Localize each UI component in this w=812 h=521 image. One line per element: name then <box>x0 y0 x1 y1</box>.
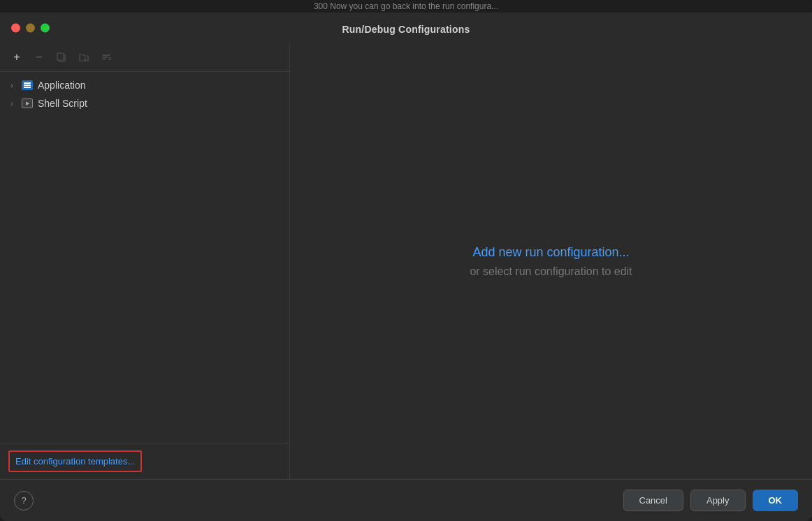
dialog-title: Run/Debug Configurations <box>342 24 470 35</box>
chevron-icon-shell: › <box>7 100 17 108</box>
dialog-body: + − <box>0 43 812 479</box>
help-button[interactable]: ? <box>14 491 34 511</box>
sort-button[interactable] <box>96 47 116 67</box>
tree-item-shell-script-label: Shell Script <box>38 98 87 109</box>
apply-button[interactable]: Apply <box>690 490 746 511</box>
sidebar-footer: Edit configuration templates... <box>0 443 289 479</box>
title-bar: Run/Debug Configurations <box>0 13 812 43</box>
traffic-lights <box>11 24 50 33</box>
close-button[interactable] <box>11 24 20 33</box>
top-hint-text: 300 Now you can go back into the run con… <box>314 1 498 11</box>
sidebar-tree: › Application › Shell Script <box>0 72 289 443</box>
dialog-footer: ? Cancel Apply OK <box>0 479 812 521</box>
main-panel: Add new run configuration... or select r… <box>290 43 812 479</box>
or-select-text: or select run configuration to edit <box>470 265 632 277</box>
ok-button[interactable]: OK <box>753 490 799 511</box>
copy-config-button[interactable] <box>52 47 71 67</box>
svg-rect-1 <box>57 53 64 60</box>
tree-item-shell-script[interactable]: › Shell Script <box>0 94 289 112</box>
add-config-button[interactable]: + <box>7 47 27 67</box>
add-new-config-link[interactable]: Add new run configuration... <box>470 245 632 260</box>
help-icon: ? <box>21 495 26 506</box>
tree-item-application[interactable]: › Application <box>0 76 289 94</box>
shell-script-icon <box>21 98 34 108</box>
dialog: 300 Now you can go back into the run con… <box>0 0 812 521</box>
remove-config-button[interactable]: − <box>29 47 49 67</box>
main-content: Add new run configuration... or select r… <box>470 245 632 278</box>
application-icon <box>21 80 34 90</box>
top-hint-bar: 300 Now you can go back into the run con… <box>0 0 812 13</box>
chevron-icon-application: › <box>7 82 17 89</box>
maximize-button[interactable] <box>41 24 50 33</box>
sidebar: + − <box>0 43 290 479</box>
cancel-button[interactable]: Cancel <box>623 490 683 511</box>
move-to-folder-button[interactable] <box>74 47 94 67</box>
minimize-button[interactable] <box>26 24 35 33</box>
sidebar-toolbar: + − <box>0 43 289 72</box>
tree-item-application-label: Application <box>38 80 86 91</box>
edit-templates-link[interactable]: Edit configuration templates... <box>8 450 142 472</box>
